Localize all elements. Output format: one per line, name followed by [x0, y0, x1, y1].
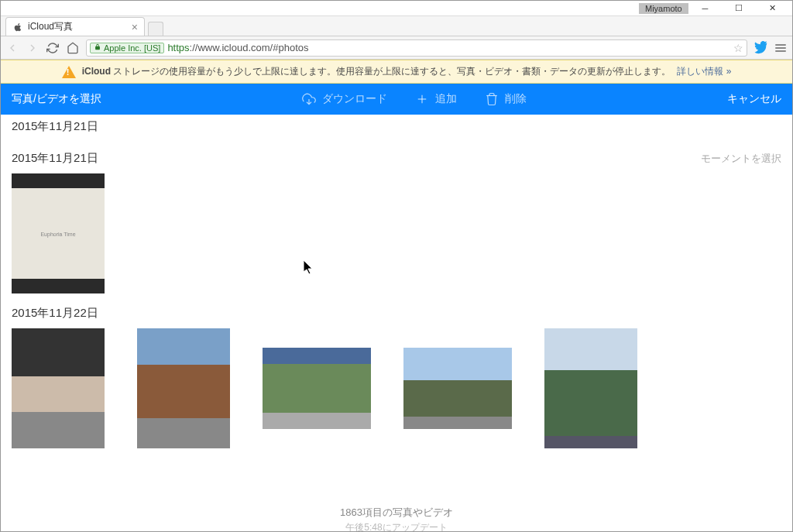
browser-nav-bar: Apple Inc. [US] https://www.icloud.com/#… — [1, 36, 792, 60]
learn-more-link[interactable]: 詳しい情報 » — [677, 65, 731, 78]
moment-group: 2015年11月21日 モーメントを選択 Euphoria Time — [12, 151, 781, 293]
item-count-label: 1863項目の写真やビデオ — [1, 506, 792, 520]
photo-thumbnail[interactable] — [12, 328, 105, 448]
tab-title: iCloud写真 — [28, 20, 73, 33]
security-badge[interactable]: Apple Inc. [US] — [90, 43, 164, 53]
forward-button[interactable] — [26, 41, 39, 55]
last-update-label: 午後5:48にアップデート — [1, 521, 792, 532]
tab-close-icon[interactable]: × — [132, 21, 138, 33]
window-minimize-button[interactable]: ─ — [688, 2, 722, 15]
trash-icon — [485, 92, 499, 106]
browser-tab-bar: iCloud写真 × — [1, 16, 792, 36]
new-tab-button[interactable] — [148, 22, 163, 36]
security-label: Apple Inc. [US] — [104, 43, 160, 53]
apple-favicon-icon — [12, 22, 23, 33]
photo-thumbnail[interactable] — [137, 328, 230, 448]
reload-button[interactable] — [46, 41, 60, 55]
toolbar-title: 写真/ビデオを選択 — [12, 92, 101, 106]
sticky-date-header: 2015年11月21日 — [1, 115, 792, 139]
photo-thumbnail[interactable] — [403, 348, 512, 429]
window-close-button[interactable]: ✕ — [756, 2, 789, 15]
window-maximize-button[interactable]: ☐ — [722, 2, 755, 15]
photo-content-area[interactable]: 2015年11月21日 モーメントを選択 Euphoria Time 2015年… — [1, 139, 792, 499]
photo-thumbnail[interactable] — [263, 348, 371, 429]
window-titlebar: Miyamoto ─ ☐ ✕ — [1, 1, 792, 16]
moment-group: 2015年11月22日 — [12, 306, 781, 448]
library-footer: 1863項目の写真やビデオ 午後5:48にアップデート — [1, 499, 792, 532]
moment-date: 2015年11月22日 — [12, 306, 98, 321]
delete-button[interactable]: 削除 — [485, 92, 527, 106]
lock-icon — [94, 43, 101, 53]
bookmark-star-icon[interactable]: ☆ — [733, 42, 743, 54]
photo-thumbnail[interactable]: Euphoria Time — [12, 173, 105, 293]
cancel-button[interactable]: キャンセル — [727, 92, 781, 106]
address-bar[interactable]: Apple Inc. [US] https://www.icloud.com/#… — [86, 39, 747, 57]
twitter-icon[interactable] — [754, 41, 767, 55]
home-button[interactable] — [66, 41, 80, 55]
photo-thumbnail[interactable] — [544, 328, 637, 448]
back-button[interactable] — [5, 41, 19, 55]
add-button[interactable]: 追加 — [415, 92, 457, 106]
warning-text: iCloud ストレージの使用容量がもう少しで上限に達します。使用容量が上限に達… — [82, 65, 671, 78]
storage-warning-banner: iCloud ストレージの使用容量がもう少しで上限に達します。使用容量が上限に達… — [1, 60, 792, 84]
warning-triangle-icon — [62, 66, 76, 78]
browser-tab[interactable]: iCloud写真 × — [5, 17, 145, 36]
download-button[interactable]: ダウンロード — [302, 92, 387, 106]
moment-date: 2015年11月21日 — [12, 151, 98, 166]
plus-icon — [415, 92, 429, 106]
select-moment-link[interactable]: モーメントを選択 — [701, 152, 781, 166]
url-text: https://www.icloud.com/#photos — [167, 42, 308, 53]
hamburger-menu-icon[interactable] — [774, 41, 788, 55]
cloud-download-icon — [302, 92, 316, 106]
user-badge: Miyamoto — [639, 3, 688, 14]
selection-toolbar: 写真/ビデオを選択 ダウンロード 追加 削除 キャンセル — [1, 84, 792, 115]
